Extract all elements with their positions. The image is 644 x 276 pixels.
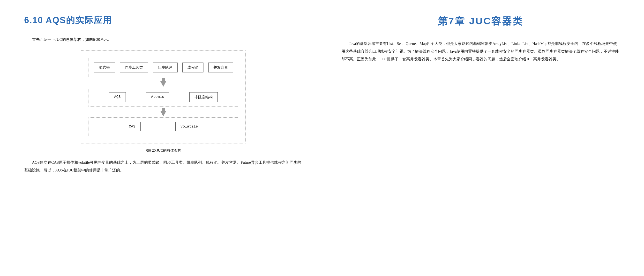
box-atomic: Atomic [146,92,169,102]
box-thread-pool: 线程池 [182,63,204,72]
arrow-down-1 [88,78,238,87]
box-non-blocking: 非阻塞结构 [190,92,218,102]
box-aqs: AQS [109,92,126,102]
diagram-top-section: 显式锁 同步工具类 阻塞队列 线程池 并发容器 [88,58,238,77]
svg-marker-0 [160,78,166,87]
intro-text: 首先介绍一下JUC的总体架构，如图6-20所示。 [24,36,302,43]
box-cas: CAS [124,122,140,131]
body-paragraph: AQS建立在CAS原子操作和volatile可见性变量的基础之上，为上层的显式锁… [24,159,302,174]
diagram: 显式锁 同步工具类 阻塞队列 线程池 并发容器 AQS Atomic 非阻塞结构 [81,50,246,143]
diagram-mid-section: AQS Atomic 非阻塞结构 [88,88,238,107]
diagram-bot-row: CAS volatile [94,122,233,131]
arrow-down-2 [88,108,238,116]
chapter-title: 第7章 JUC容器类 [341,14,620,28]
box-volatile: volatile [176,122,203,131]
svg-marker-1 [160,108,166,116]
box-sync-tools: 同步工具类 [120,63,148,72]
diagram-bot-section: CAS volatile [88,117,238,136]
diagram-caption: 图6-20 JUC的总体架构 [24,148,302,153]
right-page: 第7章 JUC容器类 Java的基础容器主要有List、Set、Queue、Ma… [322,0,644,276]
right-body: Java的基础容器主要有List、Set、Queue、Map四个大类，但是大家熟… [341,40,620,63]
section-title: 6.10 AQS的实际应用 [24,14,302,26]
box-concurrent-container: 并发容器 [208,63,233,72]
diagram-top-row: 显式锁 同步工具类 阻塞队列 线程池 并发容器 [94,63,233,72]
left-page: 6.10 AQS的实际应用 首先介绍一下JUC的总体架构，如图6-20所示。 显… [0,0,322,276]
box-blocking-queue: 阻塞队列 [153,63,178,72]
box-explicit-lock: 显式锁 [94,63,115,72]
diagram-mid-row: AQS Atomic 非阻塞结构 [94,92,233,102]
